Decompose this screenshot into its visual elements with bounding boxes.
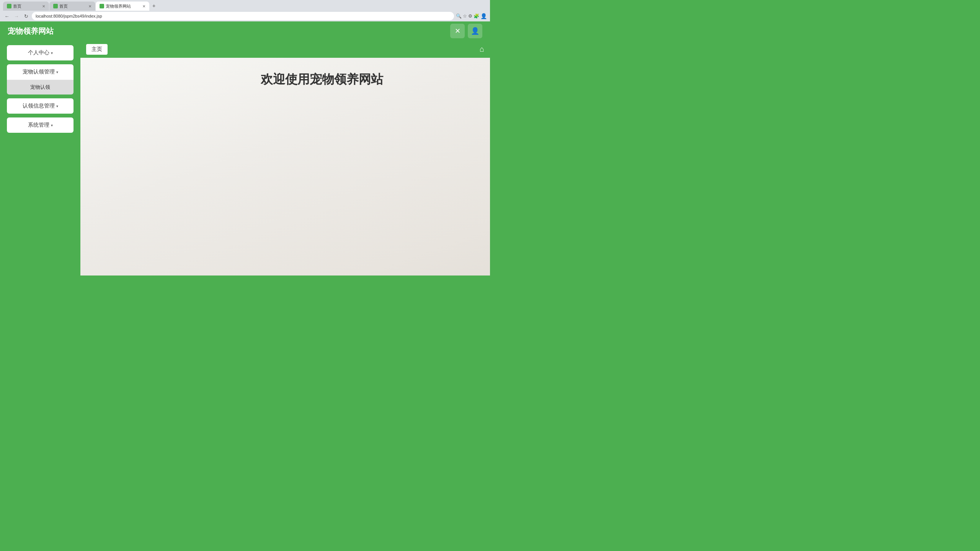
app-header: 宠物领养网站 ✕ 👤 xyxy=(0,21,490,41)
welcome-text: 欢迎使用宠物领养网站 xyxy=(261,71,383,88)
user-button[interactable]: 👤 xyxy=(468,24,482,38)
pet-adoption-mgmt-label: 宠物认领管理 xyxy=(23,68,55,75)
sidebar-item-system-mgmt[interactable]: 系统管理 ▾ xyxy=(7,117,74,133)
url-bar[interactable]: localhost:8080/jspm2bs49/index.jsp xyxy=(32,12,454,20)
tab-label-1: 首页 xyxy=(13,3,21,9)
tab-label-3: 宠物领养网站 xyxy=(106,3,131,9)
new-tab-button[interactable]: + xyxy=(150,2,158,10)
tab-1[interactable]: 首页 ✕ xyxy=(3,2,49,11)
back-button[interactable]: ← xyxy=(3,12,11,20)
tab-2[interactable]: 首页 ✕ xyxy=(49,2,95,11)
tab-favicon-1 xyxy=(7,4,11,8)
pet-adoption-submenu: 宠物认领 xyxy=(7,80,74,95)
breadcrumb-bar: 主页 ⌂ xyxy=(80,41,490,58)
breadcrumb: 主页 xyxy=(86,44,108,55)
settings-icon[interactable]: ⚙ xyxy=(468,13,472,19)
cat-image-background: 欢迎使用宠物领养网站 xyxy=(80,58,490,276)
main-content: 欢迎使用宠物领养网站 Top xyxy=(80,58,490,276)
system-mgmt-label: 系统管理 xyxy=(28,122,49,129)
address-bar: ← → ↻ localhost:8080/jspm2bs49/index.jsp… xyxy=(0,11,490,21)
zoom-icon[interactable]: 🔍 xyxy=(456,13,462,19)
pet-adoption-mgmt-group: 宠物认领管理 ▾ 宠物认领 xyxy=(7,64,74,95)
pet-adoption-mgmt-arrow: ▾ xyxy=(56,70,58,74)
browser-chrome: 首页 ✕ 首页 ✕ 宠物领养网站 ✕ + ← → ↻ localhost:808… xyxy=(0,0,490,21)
tab-favicon-3 xyxy=(100,4,104,8)
personal-center-label: 个人中心 xyxy=(28,49,49,56)
submenu-item-pet-adoption[interactable]: 宠物认领 xyxy=(7,80,74,95)
content-area: 主页 ⌂ xyxy=(80,41,490,276)
extension-icon[interactable]: 🧩 xyxy=(474,13,479,19)
sidebar-item-pet-adoption-mgmt[interactable]: 宠物认领管理 ▾ xyxy=(7,64,74,80)
breadcrumb-home[interactable]: 主页 xyxy=(86,44,108,55)
bookmark-icon[interactable]: ☆ xyxy=(463,13,467,19)
tab-close-1[interactable]: ✕ xyxy=(42,4,45,8)
sidebar-item-personal-center[interactable]: 个人中心 ▾ xyxy=(7,45,74,60)
home-icon[interactable]: ⌂ xyxy=(480,45,484,54)
toolbar-icons: 🔍 ☆ ⚙ 🧩 👤 xyxy=(456,13,487,19)
url-text: localhost:8080/jspm2bs49/index.jsp xyxy=(36,14,102,18)
tab-close-3[interactable]: ✕ xyxy=(142,4,145,8)
adoption-info-mgmt-arrow: ▾ xyxy=(56,104,58,108)
tab-bar: 首页 ✕ 首页 ✕ 宠物领养网站 ✕ + xyxy=(0,0,490,11)
header-actions: ✕ 👤 xyxy=(450,24,482,38)
cat-illustration xyxy=(121,130,449,276)
tab-favicon-2 xyxy=(53,4,58,8)
forward-button[interactable]: → xyxy=(13,12,20,20)
adoption-info-mgmt-label: 认领信息管理 xyxy=(23,103,55,109)
refresh-button[interactable]: ↻ xyxy=(22,12,30,20)
tab-label-2: 首页 xyxy=(59,3,68,9)
tab-3-active[interactable]: 宠物领养网站 ✕ xyxy=(96,2,149,11)
sidebar: 个人中心 ▾ 宠物认领管理 ▾ 宠物认领 认领信息管理 ▾ 系统管理 ▾ xyxy=(0,41,80,276)
close-button[interactable]: ✕ xyxy=(450,24,465,38)
system-mgmt-arrow: ▾ xyxy=(51,123,53,127)
user-profile-icon[interactable]: 👤 xyxy=(480,13,487,19)
app-body: 个人中心 ▾ 宠物认领管理 ▾ 宠物认领 认领信息管理 ▾ 系统管理 ▾ xyxy=(0,41,490,276)
sidebar-item-adoption-info-mgmt[interactable]: 认领信息管理 ▾ xyxy=(7,98,74,114)
tab-close-2[interactable]: ✕ xyxy=(88,4,91,8)
personal-center-arrow: ▾ xyxy=(51,51,53,55)
app-title: 宠物领养网站 xyxy=(8,26,54,36)
